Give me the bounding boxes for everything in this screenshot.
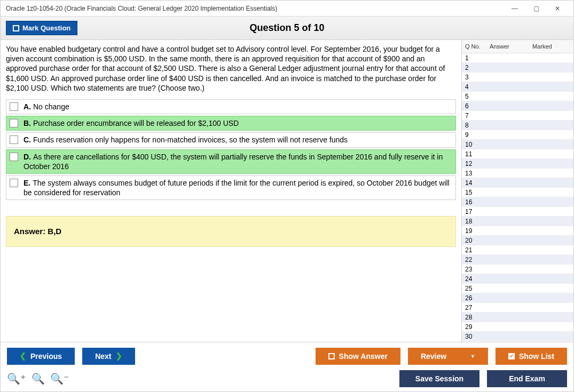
question-list-row[interactable]: 7	[462, 111, 573, 121]
body: You have enabled budgetary control and h…	[1, 40, 573, 342]
zoom-out-icon[interactable]: 🔍⁻	[50, 372, 69, 385]
header-row: Mark Question Question 5 of 10	[1, 17, 573, 40]
option-text: D.As there are cancellations for $400 US…	[23, 152, 452, 171]
question-list-row[interactable]: 25	[462, 284, 573, 293]
question-list-row[interactable]: 10	[462, 140, 573, 149]
question-list-row[interactable]: 22	[462, 255, 573, 265]
qno-cell: 13	[462, 170, 483, 177]
option-list: A.No changeB.Purchase order encumbrance …	[6, 99, 456, 200]
question-list-row[interactable]: 24	[462, 274, 573, 284]
question-list-row[interactable]: 15	[462, 188, 573, 197]
option-body: Purchase order encumbrance will be relea…	[33, 119, 239, 127]
question-list-row[interactable]: 26	[462, 293, 573, 303]
option-row[interactable]: E.The system always consumes budget of f…	[6, 175, 456, 200]
qno-cell: 5	[462, 93, 483, 100]
qno-cell: 2	[462, 64, 483, 71]
option-row[interactable]: A.No change	[6, 99, 456, 114]
next-button[interactable]: Next ❯	[82, 348, 135, 365]
question-list[interactable]: 1234567891011121314151617181920212223242…	[462, 53, 573, 342]
save-session-button[interactable]: Save Session	[399, 370, 479, 387]
question-list-row[interactable]: 11	[462, 149, 573, 159]
app-window: Oracle 1z0-1054-20 (Oracle Financials Cl…	[0, 0, 574, 392]
show-list-label: Show List	[519, 352, 554, 361]
option-letter: B.	[23, 119, 31, 127]
option-checkbox[interactable]	[10, 153, 18, 161]
question-list-row[interactable]: 3	[462, 73, 573, 82]
question-list-row[interactable]: 29	[462, 322, 573, 332]
answer-value: B,D	[48, 227, 61, 236]
col-answer: Answer	[486, 40, 529, 53]
question-list-row[interactable]: 18	[462, 217, 573, 226]
qno-cell: 15	[462, 189, 483, 196]
maximize-button[interactable]: ▢	[525, 3, 547, 14]
qno-cell: 3	[462, 74, 483, 81]
question-list-row[interactable]: 17	[462, 207, 573, 217]
question-list-row[interactable]: 30	[462, 332, 573, 341]
option-checkbox[interactable]	[10, 135, 18, 144]
qno-cell: 10	[462, 141, 483, 148]
col-qno: Q No.	[462, 40, 486, 53]
question-list-row[interactable]: 5	[462, 92, 573, 101]
question-list-row[interactable]: 2	[462, 63, 573, 73]
qno-cell: 20	[462, 237, 483, 244]
review-label: Review	[421, 352, 446, 361]
qno-cell: 26	[462, 294, 483, 302]
mark-question-label: Mark Question	[22, 24, 70, 32]
qno-cell: 9	[462, 131, 483, 139]
footer-row-2: 🔍⁺ 🔍 🔍⁻ Save Session End Exam	[7, 370, 567, 387]
checkbox-checked-icon: ✓	[508, 353, 515, 359]
question-list-row[interactable]: 12	[462, 159, 573, 169]
question-list-row[interactable]: 23	[462, 265, 573, 274]
option-text: B.Purchase order encumbrance will be rel…	[23, 118, 452, 128]
option-body: No change	[33, 102, 69, 111]
answer-box: Answer:B,D	[6, 216, 456, 247]
question-list-row[interactable]: 1	[462, 53, 573, 63]
previous-button[interactable]: ❮ Previous	[7, 348, 75, 365]
option-row[interactable]: C.Funds reservation only happens for non…	[6, 132, 456, 147]
answer-label: Answer:	[14, 227, 48, 236]
question-list-row[interactable]: 4	[462, 82, 573, 92]
show-answer-label: Show Answer	[339, 352, 388, 361]
option-letter: C.	[23, 135, 31, 144]
option-row[interactable]: B.Purchase order encumbrance will be rel…	[6, 116, 456, 131]
question-text: You have enabled budgetary control and h…	[6, 44, 456, 93]
question-list-row[interactable]: 27	[462, 303, 573, 313]
qno-cell: 6	[462, 102, 483, 110]
question-list-row[interactable]: 14	[462, 178, 573, 188]
question-list-row[interactable]: 16	[462, 197, 573, 207]
chevron-right-icon: ❯	[116, 351, 122, 360]
zoom-reset-icon[interactable]: 🔍	[32, 372, 45, 385]
question-list-row[interactable]: 8	[462, 121, 573, 130]
qno-cell: 24	[462, 275, 483, 283]
option-row[interactable]: D.As there are cancellations for $400 US…	[6, 149, 456, 174]
qno-cell: 25	[462, 285, 483, 292]
mark-question-button[interactable]: Mark Question	[6, 21, 77, 35]
minimize-button[interactable]: —	[504, 3, 525, 14]
show-list-button[interactable]: ✓ Show List	[496, 348, 567, 365]
footer: ❮ Previous Next ❯ Show Answer Review ▼ ✓…	[1, 342, 573, 391]
col-marked: Marked	[529, 40, 573, 53]
save-session-label: Save Session	[415, 374, 463, 383]
question-list-row[interactable]: 13	[462, 169, 573, 178]
question-list-row[interactable]: 19	[462, 226, 573, 236]
question-list-row[interactable]: 21	[462, 245, 573, 255]
chevron-down-icon: ▼	[470, 354, 475, 359]
qno-cell: 11	[462, 150, 483, 158]
question-list-row[interactable]: 9	[462, 130, 573, 140]
option-checkbox[interactable]	[10, 179, 18, 187]
question-list-row[interactable]: 20	[462, 236, 573, 245]
option-checkbox[interactable]	[10, 102, 18, 111]
end-exam-button[interactable]: End Exam	[487, 370, 567, 387]
checkbox-icon	[328, 353, 335, 359]
option-checkbox[interactable]	[10, 119, 18, 127]
question-list-row[interactable]: 6	[462, 101, 573, 111]
review-button[interactable]: Review ▼	[408, 348, 488, 365]
qno-cell: 22	[462, 256, 483, 263]
qno-cell: 12	[462, 160, 483, 167]
option-text: E.The system always consumes budget of f…	[23, 178, 452, 197]
close-button[interactable]: ✕	[547, 3, 568, 14]
qno-cell: 21	[462, 246, 483, 254]
show-answer-button[interactable]: Show Answer	[316, 348, 400, 365]
zoom-in-icon[interactable]: 🔍⁺	[7, 372, 26, 385]
question-list-row[interactable]: 28	[462, 313, 573, 322]
